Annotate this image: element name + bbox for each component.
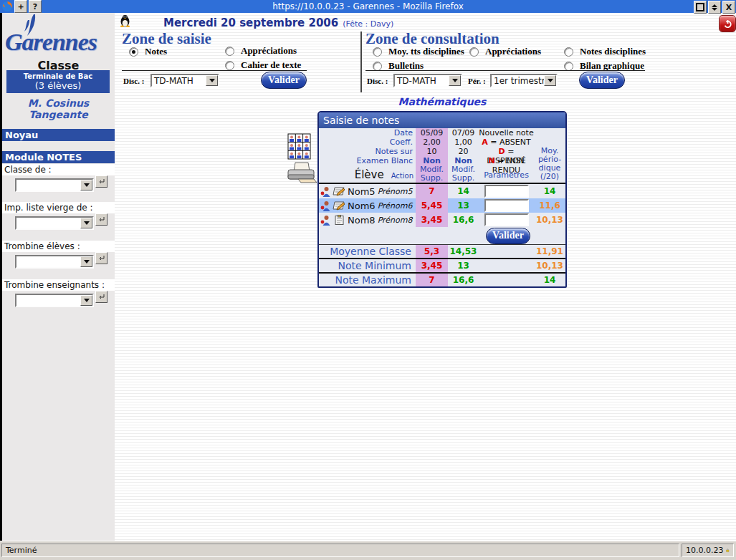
chevron-down-icon[interactable] (80, 295, 92, 306)
imp-liste-select[interactable] (15, 216, 94, 230)
clipboard-icon[interactable] (333, 215, 345, 225)
submit-trombine-enseignants-button[interactable] (95, 291, 107, 303)
trombinoscope-icon[interactable] (287, 133, 312, 160)
window-titlebar[interactable]: https://10.0.0.23 - Garennes - Mozilla F… (0, 0, 736, 13)
student-icon (320, 215, 330, 226)
trombine-eleves-select[interactable] (15, 255, 94, 269)
lock-icon (726, 546, 730, 555)
logout-power-button[interactable] (719, 15, 736, 32)
power-icon (723, 19, 732, 29)
sidebar-item-module-notes[interactable]: Module NOTES (2, 151, 115, 163)
saisie-disc-label: Disc. : (123, 77, 144, 85)
chevron-down-icon[interactable] (206, 75, 218, 86)
summary-row-minimum: Note Minimum 3,45 13 10,13 (319, 259, 565, 272)
radio-appreciations-consultation[interactable]: Appréciations (469, 46, 541, 57)
class-size: (3 élèves) (35, 80, 82, 91)
radio-circle[interactable] (564, 62, 573, 71)
radio-moy-tts-disciplines[interactable]: Moy. tts disciplines (373, 46, 464, 57)
radio-notes-disciplines[interactable]: Notes disciplines (564, 46, 646, 57)
student-row-selected[interactable]: Nom6 Prénom6 5,45 13 11,6 (319, 198, 565, 213)
help-button[interactable]: ? (29, 0, 42, 13)
garennes-logo: Garennes (4, 16, 113, 57)
radio-notes-circle[interactable] (129, 47, 138, 57)
radio-notes[interactable]: Notes (129, 46, 167, 57)
submit-trombine-eleves-button[interactable] (95, 252, 107, 264)
submit-classe-de-button[interactable] (95, 175, 107, 188)
student-row[interactable]: Nom8 Prénom8 3,45 16,6 10,13 (319, 213, 565, 227)
supp-link[interactable]: Supp. (448, 174, 479, 183)
table-valider-row: Valider (319, 227, 565, 244)
trombine-enseignants-field (15, 294, 107, 307)
note-2: 14 (448, 184, 479, 198)
radio-circle[interactable] (373, 62, 382, 71)
chevron-down-icon[interactable] (80, 180, 92, 190)
trombine-enseignants-select[interactable] (15, 294, 94, 307)
add-tab-button[interactable]: + (14, 0, 27, 13)
chevron-down-icon[interactable] (80, 218, 92, 228)
note-1: 3,45 (416, 213, 448, 227)
shade-button[interactable] (708, 1, 721, 14)
summary-row-maximum: Note Maximum 7 16,6 14 (319, 274, 565, 286)
radio-cahier-de-texte[interactable]: Cahier de texte (225, 59, 301, 71)
radio-circle[interactable] (564, 47, 573, 57)
imp-liste-label: Imp. liste vierge de : (2, 202, 115, 213)
chevron-down-icon[interactable] (80, 256, 92, 267)
note-1: 5,45 (416, 198, 448, 213)
trombine-enseignants-label: Trombine enseignants : (2, 279, 115, 291)
consultation-divider (365, 70, 645, 71)
statusbar: Terminé 10.0.0.23 (0, 541, 736, 560)
chevron-down-icon[interactable] (544, 75, 556, 86)
saisie-disc-select[interactable]: TD-MATH (150, 74, 219, 87)
enter-icon (97, 216, 105, 223)
new-note-input[interactable] (484, 213, 529, 226)
saisie-divider (122, 70, 307, 71)
supp-link[interactable]: Supp. (416, 174, 448, 183)
close-button[interactable]: X (722, 1, 735, 14)
student-name-cell: Nom5 Prénom5 (319, 184, 416, 198)
consultation-disc-label: Disc. : (367, 77, 388, 85)
radio-circle[interactable] (225, 61, 234, 70)
moy-periodique-value: 14 (534, 184, 565, 198)
radio-circle[interactable] (373, 47, 382, 57)
sidebar-item-noyau[interactable]: Noyau (2, 129, 115, 141)
student-icon (320, 201, 330, 211)
classe-de-select[interactable] (15, 178, 94, 192)
note-column-2-header: 07/09 1,00 20 Non Modif. Supp. (448, 128, 479, 183)
note-2: 16,6 (448, 213, 479, 227)
new-note-input[interactable] (484, 185, 529, 198)
parametres-header: Paramètres (479, 170, 534, 183)
status-message: Terminé (1, 544, 679, 557)
consultation-valider-button[interactable]: Valider (579, 72, 625, 89)
consultation-per-select[interactable]: 1er trimestre (490, 74, 558, 87)
submit-imp-liste-button[interactable] (95, 213, 107, 226)
window-title: https://10.0.0.23 - Garennes - Mozilla F… (0, 1, 736, 11)
note-2: 13 (448, 198, 479, 213)
new-note-input[interactable] (484, 199, 529, 212)
note-pencil-icon[interactable] (333, 186, 345, 196)
radio-appreciations-saisie[interactable]: Appréciations (225, 45, 297, 57)
classe-de-label: Classe de : (2, 164, 115, 175)
consultation-per-label: Pér. : (468, 77, 486, 85)
trombine-eleves-label: Trombine élèves : (2, 241, 115, 252)
shade-icon (712, 4, 717, 11)
chevron-down-icon[interactable] (449, 75, 461, 86)
zones-divider (360, 32, 362, 92)
imp-liste-field (15, 216, 107, 230)
notes-sur-label: Notes sur (319, 147, 416, 156)
printer-icon[interactable] (284, 161, 318, 185)
radio-circle[interactable] (469, 47, 479, 57)
table-valider-button[interactable]: Valider (486, 228, 530, 244)
trombine-eleves-field (15, 255, 107, 269)
firefox-icon (1, 1, 13, 12)
maximize-button[interactable] (694, 1, 707, 14)
student-row[interactable]: Nom5 Prénom5 7 14 14 (319, 184, 565, 198)
note-pencil-icon[interactable] (333, 201, 345, 211)
consultation-disc-select[interactable]: TD-MATH (393, 74, 462, 87)
moy-periodique-value: 10,13 (534, 213, 565, 227)
examen-blanc-label: Examen Blanc (319, 156, 416, 165)
enter-icon (97, 293, 105, 301)
enter-icon (97, 254, 105, 262)
radio-circle[interactable] (225, 47, 234, 56)
saisie-valider-button[interactable]: Valider (261, 72, 307, 89)
teacher-name: M. Cosinus Tangeante (2, 97, 115, 120)
